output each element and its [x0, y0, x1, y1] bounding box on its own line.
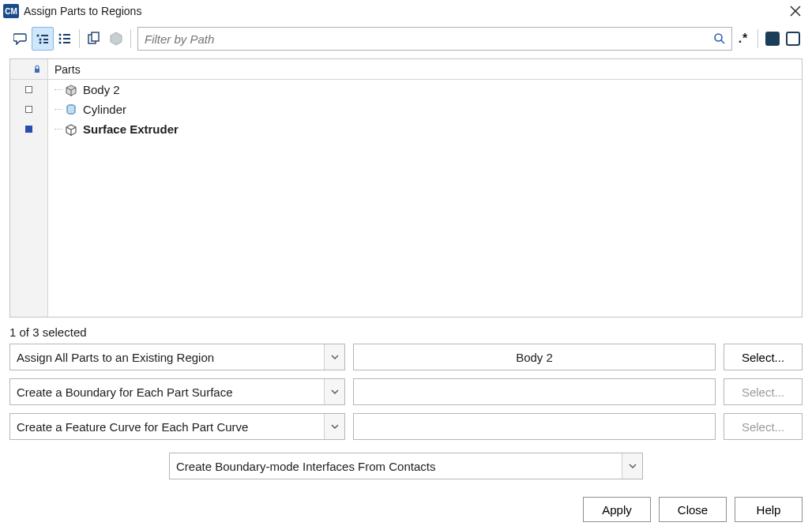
curve-mode-combo[interactable]: Create a Feature Curve for Each Part Cur…: [9, 413, 345, 440]
select-all-button[interactable]: [763, 29, 782, 48]
svg-point-6: [39, 42, 42, 44]
svg-rect-9: [63, 34, 70, 36]
row-checkbox[interactable]: [10, 100, 47, 119]
chevron-down-icon: [324, 379, 344, 404]
row-checkbox[interactable]: [10, 119, 47, 139]
svg-rect-13: [63, 42, 70, 43]
filter-input[interactable]: [137, 27, 732, 51]
tree-item-surface-extruder[interactable]: Surface Extruder: [48, 119, 802, 139]
apply-button[interactable]: Apply: [583, 497, 651, 522]
chevron-down-icon: [324, 414, 344, 439]
titlebar: CM Assign Parts to Regions: [0, 0, 812, 22]
tree-list-compact-button[interactable]: [32, 27, 54, 51]
callout-mode-button[interactable]: [9, 27, 32, 51]
svg-point-8: [59, 34, 62, 36]
filter-wrap: [137, 27, 732, 51]
boundary-display: [353, 378, 716, 405]
tree-item-cylinder[interactable]: Cylinder: [48, 100, 802, 119]
tree-item-label: Body 2: [83, 83, 120, 96]
separator: [79, 29, 80, 48]
separator: [757, 29, 758, 48]
mesh-box-icon: [64, 83, 78, 97]
mesh-part-button[interactable]: [105, 27, 127, 51]
select-none-button[interactable]: [784, 29, 803, 48]
window-title: Assign Parts to Regions: [24, 5, 785, 17]
separator: [130, 29, 131, 48]
svg-rect-15: [92, 32, 99, 41]
svg-rect-18: [35, 69, 39, 73]
check-column-header[interactable]: [10, 59, 47, 80]
boundary-mode-value: Create a Boundary for Each Part Surface: [10, 385, 324, 399]
parts-tree: Parts Body 2 Cylinder Surface Extruder: [9, 58, 803, 318]
svg-rect-3: [41, 35, 48, 36]
assign-mode-combo[interactable]: Assign All Parts to an Existing Region: [9, 344, 345, 370]
help-button[interactable]: Help: [735, 497, 803, 522]
svg-point-4: [39, 39, 42, 41]
app-logo-icon: CM: [3, 4, 19, 18]
svg-rect-7: [43, 42, 48, 43]
lock-icon: [32, 65, 43, 74]
row-checkbox[interactable]: [10, 80, 47, 100]
region-display[interactable]: Body 2: [353, 344, 716, 370]
tree-item-label: Surface Extruder: [83, 122, 179, 136]
assign-row: Assign All Parts to an Existing Region B…: [9, 344, 803, 370]
close-button[interactable]: Close: [659, 497, 727, 522]
interfaces-mode-combo[interactable]: Create Boundary-mode Interfaces From Con…: [169, 453, 643, 479]
regex-toggle[interactable]: .*: [734, 32, 753, 46]
footer-buttons: Apply Close Help: [0, 484, 812, 530]
tree-main: Parts Body 2 Cylinder Surface Extruder: [48, 59, 802, 317]
svg-rect-5: [43, 39, 48, 40]
svg-point-12: [59, 42, 62, 44]
copy-button[interactable]: [83, 27, 105, 51]
tree-item-label: Cylinder: [83, 103, 126, 116]
curve-select-button: Select...: [724, 413, 803, 440]
tree-header[interactable]: Parts: [48, 59, 802, 80]
svg-point-2: [37, 35, 39, 37]
chevron-down-icon: [324, 344, 344, 370]
cylinder-icon: [64, 103, 78, 117]
svg-point-10: [59, 38, 62, 40]
curve-display: [353, 413, 716, 440]
curve-mode-value: Create a Feature Curve for Each Part Cur…: [10, 420, 324, 434]
assign-mode-value: Assign All Parts to an Existing Region: [10, 351, 324, 364]
selection-status: 1 of 3 selected: [0, 318, 812, 344]
boundary-row: Create a Boundary for Each Part Surface …: [9, 378, 803, 405]
region-select-button[interactable]: Select...: [724, 344, 803, 370]
config-area: Assign All Parts to an Existing Region B…: [0, 344, 812, 484]
svg-rect-11: [63, 38, 70, 39]
tree-item-body2[interactable]: Body 2: [48, 80, 802, 100]
boundary-select-button: Select...: [724, 378, 803, 405]
toolbar: .*: [0, 22, 812, 58]
check-column: [10, 59, 48, 317]
interfaces-mode-value: Create Boundary-mode Interfaces From Con…: [170, 460, 622, 473]
chevron-down-icon: [622, 453, 642, 479]
surface-box-icon: [64, 122, 78, 137]
boundary-mode-combo[interactable]: Create a Boundary for Each Part Surface: [9, 378, 345, 405]
flat-list-button[interactable]: [54, 27, 76, 51]
window-close-button[interactable]: [785, 6, 806, 17]
curve-row: Create a Feature Curve for Each Part Cur…: [9, 413, 803, 440]
interfaces-row: Create Boundary-mode Interfaces From Con…: [9, 448, 803, 479]
